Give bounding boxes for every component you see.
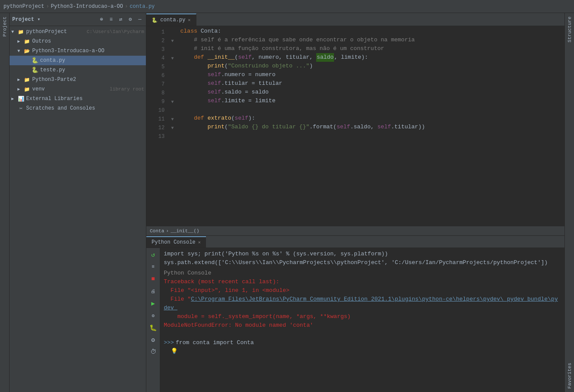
tree-item-python3-parte2[interactable]: ▶ 📁 Python3-Parte2 (10, 75, 146, 84)
console-file-link[interactable]: C:\Program Files\JetBrains\PyCharm Commu… (164, 296, 558, 311)
code-line-2: # self é a referência que sabe onde enco… (177, 36, 564, 44)
fold-icon-11[interactable]: ▼ (168, 115, 177, 124)
console-tab-close[interactable]: ✕ (198, 240, 201, 245)
project-tab-label[interactable]: Project (2, 13, 7, 40)
tree-secondary-venv: library root (110, 87, 144, 92)
console-prompt-marker: >>> (164, 338, 174, 347)
favorites-label[interactable]: Favorites (567, 359, 572, 392)
console-print-button[interactable]: 🖨 (149, 286, 158, 296)
console-body: ↺ ≡ ■ 🖨 ▶ ⚙ 🐛 ⚙ ⏱ import sys; print('Pyt… (146, 248, 564, 392)
tree-item-scratches[interactable]: ✂️ Scratches and Consoles (10, 104, 146, 113)
tree-item-conta-py[interactable]: 🐍 conta.py (10, 56, 146, 65)
fold-icon-12[interactable]: ▼ (168, 124, 177, 132)
sidebar-icon-settings[interactable]: ⚙ (127, 16, 134, 23)
console-hint-line: 💡 (164, 347, 561, 356)
tree-item-venv[interactable]: ▶ 📁 venv library root (10, 84, 146, 94)
tab-file-icon: 🐍 (152, 17, 158, 23)
console-line-7: module = self._system_import(name, *args… (164, 312, 561, 321)
tree-label-outros: Outros (32, 38, 144, 44)
sidebar-icon-collapse[interactable]: ≡ (108, 16, 115, 23)
code-line-11: def extrato(self): (177, 114, 564, 123)
tree-label-conta-py: conta.py (40, 57, 144, 64)
fold-icon-2[interactable]: ▼ (168, 37, 177, 45)
console-settings-button-2[interactable]: ⚙ (149, 311, 158, 320)
code-line-4: def __init__(self, numero, titular, sald… (177, 53, 564, 62)
fold-icon-13 (168, 132, 177, 141)
console-area: Python Console ✕ ↺ ≡ ■ 🖨 ▶ ⚙ 🐛 ⚙ ⏱ (146, 235, 564, 392)
folder-icon: 📁 (24, 38, 30, 45)
code-line-12: print("Saldo {} do titular {}".format(se… (177, 123, 564, 131)
console-line-5: File "<input>", line 1, in <module> (164, 286, 561, 295)
console-line-3: Python Console (164, 269, 561, 278)
left-panel-tab: Project (0, 13, 10, 392)
sidebar-scrollbar[interactable] (10, 389, 146, 392)
breadcrumb-folder[interactable]: Python3-Introducao-a-OO (51, 3, 123, 10)
folder-icon: 📁 (24, 76, 30, 83)
console-multiline-button[interactable]: ≡ (149, 262, 158, 271)
arrow-icon: ▶ (11, 96, 17, 101)
tree-label-venv: venv (32, 86, 108, 92)
tree-item-ext-libs[interactable]: ▶ 📊 External Libraries (10, 94, 146, 104)
arrow-icon: ▶ (17, 87, 24, 92)
arrow-icon: ▼ (17, 49, 24, 54)
code-line-3: # init é uma função construtora, mas não… (177, 44, 564, 53)
code-content[interactable]: class Conta: # self é a referência que s… (177, 26, 564, 226)
arrow-icon: ▶ (17, 39, 24, 44)
line-numbers: 12345 678910 111213 (146, 26, 168, 226)
console-tab-bar: Python Console ✕ (146, 236, 564, 248)
top-bar: pythonProject › Python3-Introducao-a-OO … (0, 0, 574, 13)
sidebar-icon-swap[interactable]: ⇄ (117, 16, 124, 23)
console-input-line: >>> from conta import Conta (164, 338, 561, 347)
fold-icon-1[interactable] (168, 28, 177, 37)
arrow-icon: ▼ (11, 30, 17, 34)
tree-secondary-path: C:\Users\Ian\Pycharm (87, 29, 144, 34)
tab-close-button[interactable]: ✕ (188, 17, 191, 23)
console-line-2: sys.path.extend(['C:\\Users\\Ian\\Pychar… (164, 258, 561, 267)
sidebar-tree: ▼ 📁 pythonProject C:\Users\Ian\Pycharm ▶… (10, 26, 146, 389)
structure-label[interactable]: Structure (567, 13, 572, 46)
code-line-6: self.numero = numero (177, 70, 564, 79)
sidebar-icon-minimize[interactable]: — (136, 16, 143, 23)
console-output[interactable]: import sys; print('Python %s on %s' % (s… (160, 248, 564, 392)
tree-label-pythonproject: pythonProject (26, 29, 85, 35)
fold-icon-4[interactable]: ▼ (168, 54, 177, 63)
console-settings-button[interactable]: ⚙ (149, 335, 158, 345)
tree-item-python3-intro[interactable]: ▼ 📂 Python3-Introducao-a-OO (10, 46, 146, 56)
code-gutter: ▼ ▼ ▼ ▼ ▼ (168, 26, 177, 226)
tree-label-ext-libs: External Libraries (26, 96, 144, 102)
breadcrumb: pythonProject › Python3-Introducao-a-OO … (3, 3, 155, 10)
sidebar: Project ▾ ⊕ ≡ ⇄ ⚙ — ▼ 📁 pythonProject C:… (10, 13, 146, 392)
tree-label-python3-intro: Python3-Introducao-a-OO (32, 48, 144, 54)
console-debug-button[interactable]: 🐛 (149, 323, 158, 332)
code-line-10 (177, 105, 564, 114)
tree-item-pythonproject[interactable]: ▼ 📁 pythonProject C:\Users\Ian\Pycharm (10, 27, 146, 37)
console-toolbar: ↺ ≡ ■ 🖨 ▶ ⚙ 🐛 ⚙ ⏱ (146, 248, 160, 392)
tab-label-conta-py: conta.py (160, 17, 186, 23)
code-line-5: print("Construindo objeto ...") (177, 62, 564, 70)
tab-conta-py[interactable]: 🐍 conta.py ✕ (146, 13, 196, 26)
fold-icon-8 (168, 89, 177, 97)
fold-icon-3 (168, 45, 177, 54)
console-tab-python[interactable]: Python Console ✕ (146, 236, 206, 248)
breadcrumb-sep: › (166, 228, 169, 234)
console-run-button[interactable]: ▶ (149, 298, 158, 308)
main-area: Project Project ▾ ⊕ ≡ ⇄ ⚙ — ▼ 📁 pythonPr… (0, 13, 574, 392)
sidebar-toolbar-label: Project ▾ (12, 16, 95, 23)
code-editor[interactable]: 12345 678910 111213 ▼ ▼ ▼ (146, 26, 564, 226)
editor-tab-bar: 🐍 conta.py ✕ (146, 13, 564, 26)
sidebar-icon-globe[interactable]: ⊕ (98, 16, 105, 23)
tree-item-outros[interactable]: ▶ 📁 Outros (10, 37, 146, 46)
breadcrumb-class: Conta (150, 228, 164, 234)
console-line-8: ModuleNotFoundError: No module named 'co… (164, 321, 561, 330)
console-timer-button[interactable]: ⏱ (149, 347, 158, 357)
tree-label-python3-parte2: Python3-Parte2 (32, 77, 144, 83)
tree-item-teste-py[interactable]: 🐍 teste.py (10, 65, 146, 75)
folder-open-icon: 📂 (24, 47, 30, 54)
console-stop-button[interactable]: ■ (149, 274, 158, 284)
fold-icon-9[interactable]: ▼ (168, 97, 177, 106)
editor-breadcrumb: Conta › __init__() (146, 226, 564, 235)
breadcrumb-file[interactable]: conta.py (130, 3, 155, 10)
code-line-1: class Conta: (177, 27, 564, 36)
breadcrumb-project[interactable]: pythonProject (3, 3, 44, 10)
console-rerun-button[interactable]: ↺ (149, 250, 158, 259)
